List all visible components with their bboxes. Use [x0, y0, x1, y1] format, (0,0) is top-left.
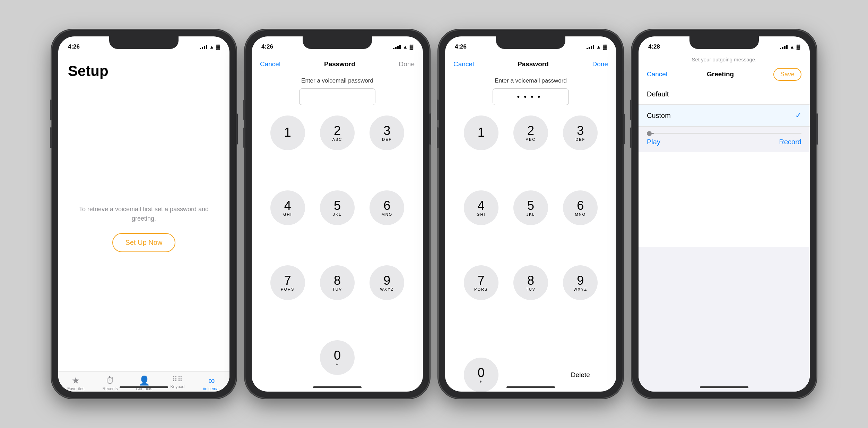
key-num-1-3: 1	[478, 126, 485, 139]
phone-setup: 4:26 ▲ ▓ Setup To retrieve a vo	[52, 30, 236, 398]
vol-down-button-4[interactable]	[630, 127, 632, 148]
cancel-button-4[interactable]: Cancel	[647, 70, 667, 78]
contacts-icon: 👤	[139, 376, 150, 385]
signal-bars-1	[200, 45, 207, 49]
key-8-phone2[interactable]: 8 TUV	[320, 265, 355, 300]
key-sub-4-2: GHI	[283, 213, 292, 216]
record-button[interactable]: Record	[779, 138, 801, 146]
vol-down-button[interactable]	[50, 127, 52, 148]
vol-down-button-3[interactable]	[437, 127, 439, 148]
key-9-phone2[interactable]: 9 WXYZ	[370, 265, 404, 300]
power-button-4[interactable]	[816, 113, 818, 145]
battery-icon-2: ▓	[410, 44, 413, 50]
key-sub-2-2: ABC	[332, 138, 342, 142]
power-button[interactable]	[236, 113, 238, 145]
key-sub-5-2: JKL	[333, 213, 342, 216]
key-4-phone2[interactable]: 4 GHI	[270, 190, 305, 225]
greeting-option-custom[interactable]: Custom ✓	[639, 105, 810, 127]
key-num-6-2: 6	[383, 199, 390, 212]
tab-bar: ★ Favorites ⏱ Recents 👤 Contacts ⠿⠿ Keyp…	[58, 371, 229, 392]
password-field-filled[interactable]: ••••	[493, 88, 569, 105]
greeting-option-default[interactable]: Default	[639, 84, 810, 105]
sb3-3	[591, 46, 592, 49]
vol-up-button-4[interactable]	[630, 100, 632, 120]
tab-keypad-label: Keypad	[171, 384, 185, 389]
play-button[interactable]: Play	[647, 138, 660, 146]
delete-button[interactable]: Delete	[571, 340, 590, 392]
vol-up-button-3[interactable]	[437, 100, 439, 120]
key-7-phone3[interactable]: 7 PQRS	[464, 265, 498, 300]
key-1-phone3[interactable]: 1	[464, 115, 498, 150]
done-button-3[interactable]: Done	[592, 60, 608, 68]
setup-title: Setup	[58, 54, 229, 85]
password-screen-empty: Cancel Password Done Enter a voicemail p…	[252, 54, 423, 392]
key-sub-9-2: WXYZ	[380, 288, 394, 291]
key-4-phone3[interactable]: 4 GHI	[464, 190, 498, 225]
key-6-phone3[interactable]: 6 MNO	[563, 190, 598, 225]
phone-password-filled: 4:26 ▲ ▓ Cancel Password Done	[439, 30, 623, 398]
setup-now-button[interactable]: Set Up Now	[112, 233, 176, 252]
notch-2	[303, 36, 372, 49]
key-5-phone2[interactable]: 5 JKL	[320, 190, 355, 225]
key-num-8-3: 8	[527, 274, 534, 287]
sb4-3	[593, 45, 594, 49]
tab-favorites[interactable]: ★ Favorites	[67, 376, 84, 391]
key-num-9-3: 9	[577, 274, 584, 287]
tab-keypad[interactable]: ⠿⠿ Keypad	[171, 376, 185, 389]
key-2-phone3[interactable]: 2 ABC	[513, 115, 548, 150]
status-icons-2: ▲ ▓	[393, 44, 413, 50]
key-num-2-3: 2	[527, 125, 534, 137]
key-8-phone3[interactable]: 8 TUV	[513, 265, 548, 300]
keypad-icon: ⠿⠿	[172, 376, 183, 383]
tab-voicemail[interactable]: ∞ Voicemail	[203, 376, 220, 391]
home-indicator-3	[506, 386, 555, 388]
key-num-1-2: 1	[284, 126, 291, 139]
key-sub-8-3: TUV	[526, 288, 536, 291]
key-9-phone3[interactable]: 9 WXYZ	[563, 265, 598, 300]
cancel-button-3[interactable]: Cancel	[453, 60, 474, 68]
key-2-phone2[interactable]: 2 ABC	[320, 115, 355, 150]
sb1-4	[780, 48, 781, 49]
key-sub-2-3: ABC	[526, 138, 536, 142]
sb3	[397, 46, 399, 49]
keypad-2: 1 2 ABC 3 DEF 4 GHI	[252, 115, 423, 392]
password-hint-3: Enter a voicemail password	[445, 77, 616, 84]
notch	[109, 36, 179, 49]
key-0-phone2[interactable]: 0 +	[320, 340, 355, 375]
wifi-icon: ▲	[209, 44, 214, 50]
done-button-2[interactable]: Done	[399, 60, 415, 68]
tab-favorites-label: Favorites	[67, 386, 84, 391]
key-1-phone2[interactable]: 1	[270, 115, 305, 150]
save-button[interactable]: Save	[773, 68, 801, 81]
key-6-phone2[interactable]: 6 MNO	[370, 190, 404, 225]
tab-recents[interactable]: ⏱ Recents	[103, 376, 118, 391]
audio-progress-bar[interactable]	[647, 133, 801, 134]
password-hint-2: Enter a voicemail password	[252, 77, 423, 84]
recents-icon: ⏱	[106, 376, 115, 385]
key-0-phone3[interactable]: 0 +	[464, 358, 498, 392]
password-field-empty[interactable]	[299, 88, 375, 105]
key-3-phone3[interactable]: 3 DEF	[563, 115, 598, 150]
key-7-phone2[interactable]: 7 PQRS	[270, 265, 305, 300]
power-button-2[interactable]	[429, 113, 431, 145]
vol-up-button[interactable]	[50, 100, 52, 120]
tab-contacts[interactable]: 👤 Contacts	[136, 376, 152, 391]
key-3-phone2[interactable]: 3 DEF	[370, 115, 404, 150]
greeting-option-custom-label: Custom	[647, 112, 671, 120]
key-5-phone3[interactable]: 5 JKL	[513, 190, 548, 225]
tab-recents-label: Recents	[103, 386, 118, 391]
sb2-3	[589, 47, 590, 49]
audio-progress-dot	[647, 131, 652, 136]
wifi-icon-3: ▲	[596, 44, 601, 50]
password-title-2: Password	[324, 60, 355, 68]
cancel-button-2[interactable]: Cancel	[260, 60, 280, 68]
status-time-3: 4:26	[455, 43, 467, 50]
password-title-3: Password	[518, 60, 549, 68]
voicemail-icon: ∞	[208, 376, 215, 385]
key-num-6-3: 6	[577, 199, 584, 212]
vol-up-button-2[interactable]	[243, 100, 245, 120]
key-num-8-2: 8	[334, 274, 341, 287]
battery-icon: ▓	[216, 44, 220, 50]
vol-down-button-2[interactable]	[243, 127, 245, 148]
power-button-3[interactable]	[623, 113, 625, 145]
